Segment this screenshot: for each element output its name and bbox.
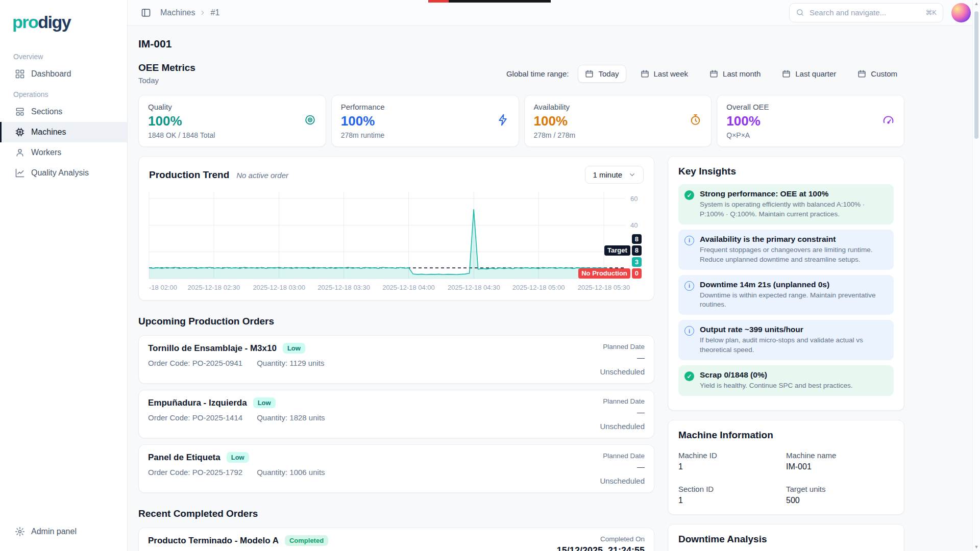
- sidebar-item-quality-analysis[interactable]: Quality Analysis: [0, 163, 127, 183]
- calendar-icon: [782, 69, 791, 78]
- order-code: Order Code: PO-2025-1414: [148, 413, 242, 422]
- app-root: prodigy Overview Dashboard Operations Se…: [0, 0, 980, 551]
- scrollbar-thumb[interactable]: [974, 11, 978, 139]
- oee-header: OEE Metrics Today Global time range: Tod…: [138, 62, 904, 85]
- time-range-button-label: Last month: [723, 69, 761, 78]
- check-circle-icon: ✓: [684, 371, 694, 381]
- x-axis-label: 2025-12-18 05:30: [578, 284, 630, 291]
- priority-badge: Low: [283, 343, 305, 354]
- app-logo: prodigy: [0, 7, 127, 46]
- sidebar-item-sections[interactable]: Sections: [0, 102, 127, 122]
- search-shortcut: ⌘K: [925, 9, 937, 16]
- production-trend-card: Production Trend No active order 1 minut…: [138, 156, 654, 300]
- key-insights-card: Key Insights ✓ Strong performance: OEE a…: [668, 156, 904, 411]
- sidebar-toggle-button[interactable]: [141, 8, 151, 18]
- metric-subtext: 278m / 278m: [534, 131, 702, 139]
- check-circle-icon: ✓: [684, 190, 694, 200]
- order-card[interactable]: Empuñadura - Izquierda Low Order Code: P…: [138, 390, 654, 438]
- planned-date-label: Planned Date: [603, 452, 645, 460]
- insight-title: Strong performance: OEE at 100%: [700, 189, 888, 198]
- key-insights-title: Key Insights: [678, 166, 894, 177]
- browser-media-strip: [428, 0, 551, 3]
- info-circle-icon: i: [684, 281, 694, 291]
- recent-completed-heading: Recent Completed Orders: [138, 508, 654, 519]
- time-range-custom[interactable]: Custom: [850, 65, 904, 83]
- insight-title: Availability is the primary constraint: [700, 235, 888, 244]
- sidebar-item-label: Quality Analysis: [31, 168, 89, 178]
- sidebar-item-admin-panel[interactable]: Admin panel: [0, 521, 127, 542]
- availability-metric-card: Availability 100% 278m / 278m: [524, 95, 712, 147]
- order-card[interactable]: Tornillo de Ensamblaje - M3x10 Low Order…: [138, 335, 654, 384]
- order-name: Tornillo de Ensamblaje - M3x10: [148, 343, 277, 354]
- time-range-today[interactable]: Today: [578, 65, 626, 83]
- user-avatar[interactable]: [951, 3, 971, 22]
- order-name: Producto Terminado - Modelo A: [148, 536, 279, 546]
- production-trend-title: Production Trend: [149, 169, 229, 181]
- order-card[interactable]: Panel de Etiqueta Low Order Code: PO-202…: [138, 444, 654, 493]
- sidebar-item-label: Dashboard: [31, 69, 71, 79]
- chevron-right-icon: [199, 9, 206, 16]
- machine-info-field: Machine name IM-001: [786, 451, 894, 471]
- y-axis-label: 40: [630, 221, 638, 229]
- performance-metric-card: Performance 100% 278m runtime: [331, 95, 519, 147]
- machines-icon: [15, 127, 25, 137]
- machine-information-title: Machine Information: [678, 430, 894, 441]
- time-range-last-quarter[interactable]: Last quarter: [775, 65, 843, 83]
- time-range-last-week[interactable]: Last week: [633, 65, 696, 83]
- left-column: Production Trend No active order 1 minut…: [138, 156, 654, 551]
- priority-badge: Low: [253, 397, 276, 408]
- x-axis-label: -18 02:00: [149, 284, 177, 291]
- metric-label: Quality: [148, 103, 316, 111]
- time-range-button-label: Last week: [654, 69, 689, 78]
- x-axis: -18 02:002025-12-18 02:302025-12-18 03:0…: [149, 282, 625, 294]
- top-value-badge: 8: [632, 234, 642, 244]
- sections-icon: [15, 107, 25, 117]
- breadcrumb: Machines #1: [160, 8, 219, 17]
- interval-select[interactable]: 1 minute: [585, 166, 644, 184]
- machine-info-field: Section ID 1: [678, 485, 786, 505]
- target-value-badge: 8: [632, 245, 642, 256]
- completed-on-label: Completed On: [600, 535, 645, 543]
- breadcrumb-machines[interactable]: Machines: [160, 8, 195, 17]
- breadcrumb-current: #1: [210, 8, 219, 17]
- metric-value: 100%: [341, 113, 509, 129]
- insight-title: Output rate ~399 units/hour: [700, 325, 888, 334]
- time-range-button-label: Last quarter: [795, 69, 836, 78]
- search-input[interactable]: [810, 8, 920, 17]
- right-column: Key Insights ✓ Strong performance: OEE a…: [668, 156, 904, 551]
- planned-date-value: —: [637, 353, 645, 362]
- metric-value: 100%: [726, 113, 895, 129]
- page-content: IM-001 OEE Metrics Today Global time ran…: [128, 26, 980, 551]
- insight-item: i Availability is the primary constraint…: [678, 230, 894, 270]
- sidebar-item-dashboard[interactable]: Dashboard: [0, 64, 127, 84]
- metric-label: Availability: [534, 103, 702, 111]
- sidebar-item-label: Admin panel: [31, 527, 77, 536]
- media-strip-red-segment: [428, 0, 449, 3]
- downtime-analysis-card: Downtime Analysis No work order 30m: [668, 524, 904, 551]
- scroll-up-arrow[interactable]: ▲: [974, 2, 979, 6]
- completed-order-card[interactable]: Producto Terminado - Modelo A Completed …: [138, 528, 654, 551]
- quality-analysis-icon: [15, 168, 25, 178]
- insight-item: ✓ Strong performance: OEE at 100% System…: [678, 184, 894, 224]
- topbar-right: ⌘K: [789, 3, 971, 22]
- order-quantity: Quantity: 1828 units: [257, 413, 325, 422]
- calendar-icon: [857, 69, 866, 78]
- gauge-icon: [882, 114, 895, 129]
- field-label: Section ID: [678, 485, 786, 493]
- scroll-down-arrow[interactable]: ▼: [974, 545, 979, 549]
- order-status: Unscheduled: [600, 367, 645, 376]
- y-axis-label: 60: [630, 195, 638, 203]
- sidebar-item-workers[interactable]: Workers: [0, 142, 127, 163]
- time-range-button-label: Today: [598, 69, 619, 78]
- sidebar-item-machines[interactable]: Machines: [0, 122, 127, 142]
- trend-plot-area: 8 Target 8 3 No Production 0: [149, 192, 625, 279]
- time-range-last-month[interactable]: Last month: [702, 65, 768, 83]
- downtime-analysis-title: Downtime Analysis: [678, 534, 894, 545]
- scrollbar[interactable]: ▲ ▼: [972, 0, 980, 551]
- trend-value-badges: 8 Target 8 3 No Production 0: [578, 234, 642, 279]
- lightning-icon: [497, 114, 509, 129]
- search-box[interactable]: ⌘K: [789, 3, 943, 22]
- info-circle-icon: i: [684, 326, 694, 336]
- topbar: Machines #1 ⌘K: [128, 0, 980, 26]
- logo-text-secondary: digy: [38, 12, 70, 32]
